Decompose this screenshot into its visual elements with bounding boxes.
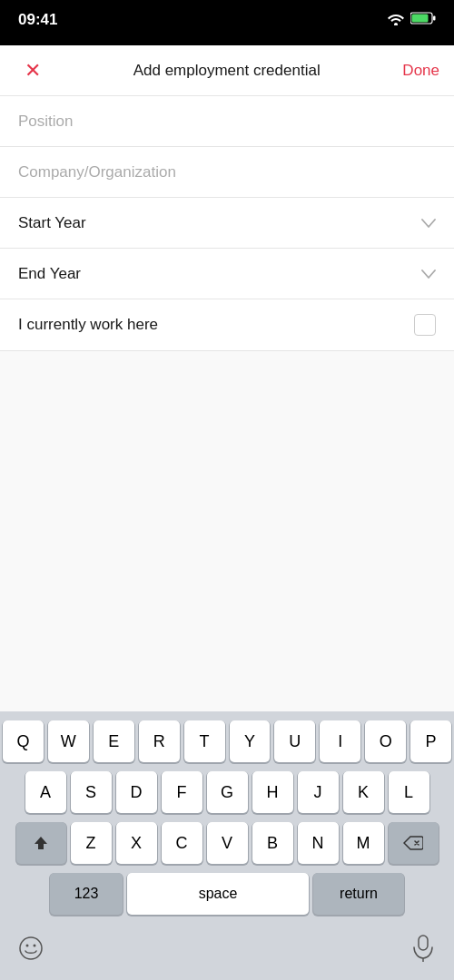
key-e[interactable]: E bbox=[94, 720, 134, 762]
key-d[interactable]: D bbox=[116, 771, 157, 813]
svg-rect-2 bbox=[412, 15, 429, 23]
keyboard-extras-row bbox=[3, 924, 451, 976]
emoji-key[interactable] bbox=[10, 927, 52, 969]
svg-point-6 bbox=[34, 945, 36, 947]
form-area: Start Year End Year I currently work her… bbox=[0, 96, 454, 351]
start-year-label: Start Year bbox=[18, 214, 86, 232]
nav-bar: ✕ Add employment credential Done bbox=[0, 45, 454, 96]
key-f[interactable]: F bbox=[162, 771, 202, 813]
key-t[interactable]: T bbox=[184, 720, 225, 762]
key-n[interactable]: N bbox=[298, 822, 339, 864]
shift-key[interactable] bbox=[16, 822, 66, 864]
microphone-key[interactable] bbox=[402, 927, 444, 969]
key-w[interactable]: W bbox=[48, 720, 89, 762]
chevron-down-icon bbox=[421, 215, 436, 231]
key-z[interactable]: Z bbox=[71, 822, 112, 864]
key-u[interactable]: U bbox=[274, 720, 315, 762]
key-b[interactable]: B bbox=[252, 822, 293, 864]
svg-point-5 bbox=[26, 945, 29, 947]
key-r[interactable]: R bbox=[139, 720, 180, 762]
key-v[interactable]: V bbox=[207, 822, 248, 864]
keyboard-row-2: A S D F G H J K L bbox=[3, 771, 451, 813]
backspace-key[interactable] bbox=[389, 822, 439, 864]
numbers-key[interactable]: 123 bbox=[50, 873, 123, 915]
keyboard: Q W E R T Y U I O P A S D F G H J K L bbox=[0, 711, 454, 980]
key-x[interactable]: X bbox=[116, 822, 157, 864]
key-i[interactable]: I bbox=[320, 720, 360, 762]
wifi-icon bbox=[387, 12, 405, 29]
key-l[interactable]: L bbox=[389, 771, 429, 813]
currently-work-checkbox[interactable] bbox=[414, 314, 436, 336]
close-button[interactable]: ✕ bbox=[15, 53, 51, 89]
currently-work-label: I currently work here bbox=[18, 316, 158, 334]
key-h[interactable]: H bbox=[252, 771, 293, 813]
key-p[interactable]: P bbox=[410, 720, 451, 762]
currently-work-row[interactable]: I currently work here bbox=[0, 299, 454, 351]
company-field[interactable] bbox=[0, 147, 454, 198]
space-key[interactable]: space bbox=[127, 873, 309, 915]
key-y[interactable]: Y bbox=[230, 720, 271, 762]
status-icons bbox=[387, 12, 436, 29]
position-field[interactable] bbox=[0, 96, 454, 147]
done-button[interactable]: Done bbox=[402, 62, 439, 80]
key-k[interactable]: K bbox=[343, 771, 384, 813]
svg-rect-7 bbox=[419, 936, 428, 950]
key-o[interactable]: O bbox=[365, 720, 406, 762]
key-g[interactable]: G bbox=[207, 771, 248, 813]
svg-point-0 bbox=[394, 23, 398, 25]
chevron-down-icon-2 bbox=[421, 266, 436, 282]
svg-rect-3 bbox=[433, 16, 436, 21]
battery-icon bbox=[410, 12, 436, 28]
key-a[interactable]: A bbox=[25, 771, 66, 813]
key-q[interactable]: Q bbox=[3, 720, 44, 762]
key-j[interactable]: J bbox=[298, 771, 339, 813]
status-bar: 09:41 bbox=[0, 0, 454, 40]
position-input[interactable] bbox=[18, 113, 436, 131]
svg-point-4 bbox=[20, 937, 42, 959]
status-time: 09:41 bbox=[18, 11, 57, 29]
start-year-dropdown[interactable]: Start Year bbox=[0, 198, 454, 249]
keyboard-row-1: Q W E R T Y U I O P bbox=[3, 720, 451, 762]
key-c[interactable]: C bbox=[162, 822, 202, 864]
end-year-label: End Year bbox=[18, 265, 81, 283]
return-key[interactable]: return bbox=[313, 873, 404, 915]
keyboard-row-3: Z X C V B N M bbox=[3, 822, 451, 864]
keyboard-row-bottom: 123 space return bbox=[3, 873, 451, 915]
end-year-dropdown[interactable]: End Year bbox=[0, 249, 454, 299]
company-input[interactable] bbox=[18, 163, 436, 181]
nav-title: Add employment credential bbox=[133, 62, 321, 80]
key-m[interactable]: M bbox=[343, 822, 384, 864]
key-s[interactable]: S bbox=[71, 771, 112, 813]
